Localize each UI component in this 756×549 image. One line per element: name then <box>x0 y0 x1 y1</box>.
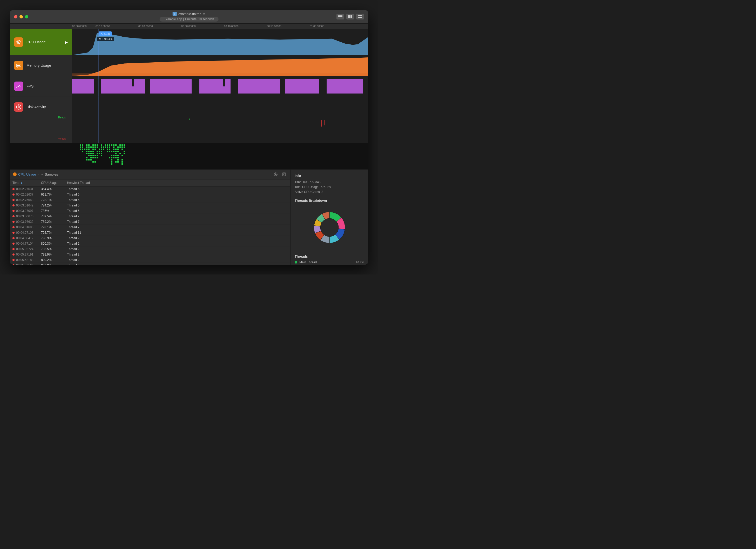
breadcrumb-samples[interactable]: ≡ Samples <box>41 172 58 176</box>
titlebar: d example.dtxrec ∨ Example App | 1 minut… <box>10 10 368 24</box>
table-row[interactable]: 00:05.02724 793.5% Thread 2 <box>10 246 290 252</box>
row-dot <box>12 221 15 223</box>
cpu-chart[interactable]: 775.1% MT: 98.4% <box>72 29 368 55</box>
main-window: d example.dtxrec ∨ Example App | 1 minut… <box>10 10 368 264</box>
row-cpu: 728.1% <box>38 198 64 202</box>
memory-canvas <box>72 55 368 76</box>
info-title: Info <box>295 174 364 178</box>
table-row[interactable]: 00:02.75643 728.1% Thread 6 <box>10 197 290 203</box>
cpu-expand-arrow: ▶ <box>65 40 68 45</box>
main-content: 00:00.00000 00:10.00000 00:20.00000 00:3… <box>10 24 368 264</box>
row-dot <box>12 248 15 250</box>
table-row[interactable]: 00:04.77104 800.3% Thread 2 <box>10 241 290 246</box>
time-label-0: 00:00.00000 <box>72 25 87 28</box>
row-thread: Thread 2 <box>64 263 290 264</box>
title-center: d example.dtxrec ∨ Example App | 1 minut… <box>160 12 219 22</box>
svg-point-27 <box>275 173 276 175</box>
memory-label[interactable]: Memory Usage <box>10 55 72 76</box>
svg-rect-8 <box>18 42 19 43</box>
breadcrumb-cpu[interactable]: CPU Usage <box>13 172 36 176</box>
table-row[interactable]: 00:02.52637 611.7% Thread 6 <box>10 192 290 197</box>
svg-rect-6 <box>358 17 362 18</box>
table-row[interactable]: 00:04.50412 798.9% Thread 2 <box>10 235 290 241</box>
row-time: 00:05.52188 <box>16 258 33 262</box>
breadcrumb-samples-text: Samples <box>45 172 58 176</box>
row-dot <box>12 204 15 206</box>
table-row[interactable]: 00:04.27103 792.7% Thread 11 <box>10 230 290 235</box>
table-row[interactable]: 00:04.01690 793.1% Thread 7 <box>10 225 290 230</box>
row-thread: Thread 6 <box>64 192 290 196</box>
row-dot <box>12 199 15 201</box>
row-thread: Thread 2 <box>64 214 290 218</box>
svg-rect-28 <box>282 173 286 176</box>
table-row[interactable]: 00:05.52188 800.2% Thread 2 <box>10 257 290 263</box>
pixel-canvas <box>10 143 368 169</box>
table-row[interactable]: 00:02.27631 354.4% Thread 6 <box>10 186 290 192</box>
split-view-button[interactable] <box>356 14 364 19</box>
row-cpu: 789.2% <box>38 220 64 224</box>
cpu-icon <box>14 37 23 47</box>
table-row[interactable]: 00:03.01642 774.2% Thread 6 <box>10 203 290 208</box>
info-panel: Info Time: 00:07.50348 Total CPU Usage: … <box>290 169 368 264</box>
table-row[interactable]: 00:05.76196 800.2% Thread 2 <box>10 263 290 264</box>
row-thread: Thread 6 <box>64 198 290 202</box>
disk-label-text: Disk Activity <box>26 105 46 109</box>
svg-point-31 <box>322 220 337 235</box>
row-dot <box>12 226 15 228</box>
fps-label[interactable]: FPS <box>10 76 72 97</box>
info-active-cores: Active CPU Cores: 8 <box>295 189 364 194</box>
subtitle: Example App | 1 minute, 10 seconds <box>160 17 219 22</box>
info-total-cpu: Total CPU Usage: 775.1% <box>295 185 364 189</box>
row-time: 00:05.02724 <box>16 247 33 251</box>
row-dot <box>12 215 15 217</box>
row-time: 00:02.75643 <box>16 198 33 202</box>
time-label-6: 01:00.00000 <box>310 25 324 28</box>
disk-label[interactable]: Disk Activity Reads Writes <box>10 97 72 143</box>
th-cpu[interactable]: CPU Usage <box>38 180 64 185</box>
threads-list: Main Thread 98.4% Thread 2 86.1% Thread … <box>295 260 364 264</box>
list-view-button[interactable] <box>336 14 344 19</box>
table-header: Time ▲ CPU Usage Heaviest Thread <box>10 179 290 186</box>
time-label-3: 00:30.00000 <box>181 25 196 28</box>
record-button[interactable] <box>273 171 279 177</box>
fps-icon <box>14 81 23 91</box>
minimize-button[interactable] <box>19 15 23 18</box>
disk-icon <box>14 102 23 112</box>
row-cpu: 792.7% <box>38 230 64 235</box>
row-cpu: 793.1% <box>38 225 64 229</box>
cpu-label[interactable]: CPU Usage ▶ <box>10 29 72 55</box>
row-time: 00:05.76196 <box>16 263 33 264</box>
breadcrumb-cpu-text: CPU Usage <box>18 172 36 176</box>
timeline-view-button[interactable] <box>346 14 354 19</box>
row-time: 00:02.52637 <box>16 193 33 196</box>
time-label-4: 00:40.00000 <box>224 25 239 28</box>
th-thread[interactable]: Heaviest Thread <box>64 180 290 185</box>
table-body[interactable]: 00:02.27631 354.4% Thread 6 00:02.52637 … <box>10 186 290 264</box>
row-dot <box>12 253 15 255</box>
cpu-tooltip: 775.1% <box>99 31 112 36</box>
donut-chart-container <box>295 205 364 250</box>
disk-cursor <box>99 97 99 143</box>
svg-rect-0 <box>338 15 342 16</box>
row-thread: Thread 7 <box>64 225 290 229</box>
th-thread-label: Heaviest Thread <box>67 181 90 185</box>
close-button[interactable] <box>14 15 17 18</box>
row-time: 00:03.76632 <box>16 220 33 223</box>
row-dot <box>12 188 15 190</box>
row-dot <box>12 210 15 212</box>
row-time: 00:03.50670 <box>16 214 33 218</box>
fps-chart[interactable] <box>72 76 368 97</box>
row-time: 00:04.50412 <box>16 236 33 240</box>
maximize-button[interactable] <box>25 15 28 18</box>
table-row[interactable]: 00:03.50670 789.5% Thread 2 <box>10 214 290 219</box>
svg-rect-5 <box>358 15 362 16</box>
row-thread: Thread 2 <box>64 241 290 246</box>
table-row[interactable]: 00:03.27097 787% Thread 6 <box>10 208 290 214</box>
table-row[interactable]: 00:05.27191 791.9% Thread 2 <box>10 252 290 257</box>
table-row[interactable]: 00:03.76632 789.2% Thread 7 <box>10 219 290 225</box>
disk-chart[interactable] <box>72 97 368 143</box>
th-time[interactable]: Time ▲ <box>10 180 38 185</box>
traffic-lights <box>14 15 28 18</box>
export-button[interactable] <box>281 171 287 177</box>
memory-chart[interactable] <box>72 55 368 76</box>
